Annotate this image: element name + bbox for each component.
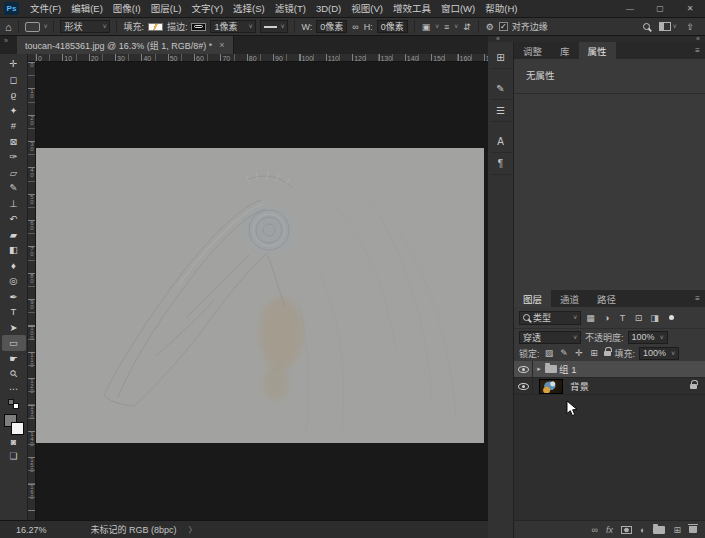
adjustment-layer-icon[interactable]: ◐ [640, 525, 645, 535]
shape-width-input[interactable]: 0像素 [316, 20, 347, 33]
stroke-swatch[interactable] [191, 23, 206, 31]
menu-help[interactable]: 帮助(H) [480, 0, 522, 17]
panel-menu-icon[interactable]: ≡ [695, 42, 705, 59]
path-operations-icon[interactable]: ▣ [421, 22, 432, 32]
close-button[interactable]: ✕ [675, 0, 705, 17]
stroke-type-dropdown[interactable]: ˅ [260, 20, 288, 33]
zoom-tool[interactable]: ⚲ [0, 366, 28, 382]
tab-libraries[interactable]: 库 [551, 42, 579, 59]
document-tab[interactable]: toucan-4185361.jpg @ 16.3% (组 1, RGB/8#)… [17, 36, 234, 54]
visibility-toggle[interactable] [514, 361, 533, 377]
clone-stamp-tool[interactable]: ⊥ [0, 196, 28, 212]
eyedropper-tool[interactable]: ✑ [0, 149, 28, 165]
blur-tool[interactable]: ♦ [0, 258, 28, 274]
layer-name[interactable]: 背景 [570, 379, 589, 393]
menu-type[interactable]: 文字(Y) [186, 0, 228, 17]
fill-swatch[interactable] [148, 23, 163, 31]
tab-adjustments[interactable]: 调整 [514, 42, 551, 59]
link-layers-icon[interactable]: ∞ [592, 525, 598, 535]
menu-edit[interactable]: 编辑(E) [66, 0, 108, 17]
filter-smart-object-icon[interactable]: ◨ [648, 311, 661, 324]
visibility-toggle[interactable] [514, 378, 533, 394]
pen-tool[interactable]: ✒ [0, 289, 28, 305]
history-brush-tool[interactable]: ↶ [0, 211, 28, 227]
share-icon[interactable]: ⇧ [685, 22, 695, 32]
gear-icon[interactable]: ⚙ [485, 22, 495, 32]
crop-tool[interactable]: # [0, 118, 28, 134]
lock-artboard-icon[interactable]: ⊞ [589, 347, 600, 360]
minimize-button[interactable]: — [615, 0, 645, 17]
maximize-button[interactable]: ▢ [645, 0, 675, 17]
menu-layer[interactable]: 图层(L) [146, 0, 187, 17]
blend-mode-dropdown[interactable]: 穿透˅ [519, 331, 581, 344]
rectangle-tool[interactable]: ▭ [2, 335, 26, 351]
menu-3d[interactable]: 3D(D) [311, 0, 346, 17]
tool-preset-icon[interactable] [25, 22, 40, 32]
filter-type-dropdown[interactable]: 类型 ˅ [519, 311, 581, 325]
tab-layers[interactable]: 图层 [514, 290, 551, 307]
layer-name[interactable]: 组 1 [559, 362, 576, 376]
shape-height-input[interactable]: 0像素 [377, 20, 408, 33]
canvas-document[interactable] [36, 148, 484, 443]
menu-window[interactable]: 窗口(W) [436, 0, 480, 17]
horizontal-ruler[interactable]: 0 10 20 30 40 50 60 70 80 90 100 110 120… [28, 54, 488, 62]
background-color-swatch[interactable] [11, 422, 24, 435]
menu-view[interactable]: 视图(V) [346, 0, 388, 17]
quick-mask-button[interactable]: ◙ [0, 435, 28, 449]
brushes-icon[interactable]: ✎ [490, 78, 512, 100]
lock-pixels-icon[interactable]: ✎ [559, 347, 570, 360]
layer-style-icon[interactable]: fx [606, 525, 613, 535]
tab-properties[interactable]: 属性 [579, 42, 616, 59]
lock-transparent-icon[interactable]: ▨ [544, 347, 555, 360]
brush-tool[interactable]: ✎ [0, 180, 28, 196]
vertical-ruler[interactable]: 0 10 20 30 40 50 60 70 80 90 100 110 120… [28, 62, 36, 520]
filter-shape-icon[interactable]: ⊡ [632, 311, 645, 324]
layer-thumbnail[interactable] [539, 379, 563, 394]
frame-tool[interactable]: ⊠ [0, 134, 28, 150]
layers-menu-icon[interactable]: ≡ [695, 290, 705, 307]
new-group-icon[interactable] [653, 526, 665, 534]
move-tool[interactable]: ✛ [0, 56, 28, 72]
delete-layer-icon[interactable] [689, 526, 697, 533]
hand-tool[interactable]: ☛ [0, 351, 28, 367]
dock-collapse-right-icon[interactable]: « [696, 35, 700, 42]
add-mask-icon[interactable] [621, 526, 632, 534]
screen-mode-button[interactable]: ❏ [0, 449, 28, 463]
fill-dropdown[interactable]: 100%˅ [639, 347, 679, 360]
path-arrangement-icon[interactable]: ⇵ [462, 22, 472, 32]
dock-collapse-icon[interactable]: « [496, 35, 500, 42]
default-colors-icon[interactable] [8, 399, 19, 409]
type-tool[interactable]: T [0, 304, 28, 320]
filter-type-icon[interactable]: T [616, 311, 629, 324]
align-edges-checkbox[interactable]: ✓ [499, 22, 508, 31]
marquee-tool[interactable]: ◻ [0, 72, 28, 88]
path-selection-tool[interactable]: ➤ [0, 320, 28, 336]
search-icon[interactable] [643, 23, 650, 30]
link-dimensions-icon[interactable]: ∞ [351, 22, 359, 32]
opacity-dropdown[interactable]: 100%˅ [628, 331, 668, 344]
menu-plugins[interactable]: 增效工具 [388, 0, 436, 17]
clone-source-icon[interactable]: ⊞ [490, 47, 512, 69]
object-selection-tool[interactable]: ✦ [0, 103, 28, 119]
layer-row-background[interactable]: 背景 [514, 378, 705, 395]
menu-image[interactable]: 图像(I) [108, 0, 146, 17]
status-chevron-icon[interactable]: 〉 [189, 524, 197, 535]
dodge-tool[interactable]: ◎ [0, 273, 28, 289]
home-icon[interactable]: ⌂ [5, 21, 12, 33]
workspace-icon[interactable] [659, 22, 671, 31]
menu-filter[interactable]: 滤镜(T) [270, 0, 311, 17]
lock-all-icon[interactable] [604, 351, 611, 356]
ruler-origin[interactable] [28, 54, 36, 62]
zoom-level[interactable]: 16.27% [16, 525, 47, 535]
healing-brush-tool[interactable]: ▱ [0, 165, 28, 181]
filter-pixel-icon[interactable]: ▦ [584, 311, 597, 324]
gradient-tool[interactable]: ◧ [0, 242, 28, 258]
edit-toolbar-icon[interactable]: ⋯ [0, 382, 28, 396]
eraser-tool[interactable]: ▰ [0, 227, 28, 243]
brush-settings-icon[interactable]: ☰ [490, 100, 512, 122]
lock-position-icon[interactable]: ✛ [574, 347, 585, 360]
character-panel-icon[interactable]: A [490, 131, 512, 153]
stroke-width-dropdown[interactable]: 1像素˅ [210, 20, 256, 33]
menu-file[interactable]: 文件(F) [25, 0, 66, 17]
layer-row-group1[interactable]: ▸ 组 1 [514, 361, 705, 378]
